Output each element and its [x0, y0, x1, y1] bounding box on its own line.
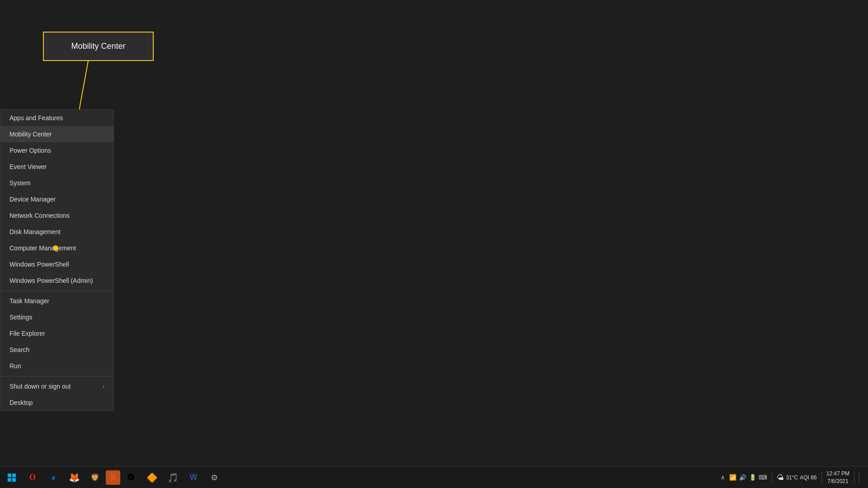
taskbar-opera[interactable]: O	[23, 468, 42, 488]
connector-line	[0, 0, 868, 488]
clock-time: 12:47 PM	[826, 470, 849, 478]
network-icon[interactable]: 📶	[728, 473, 737, 482]
volume-icon[interactable]: 🔊	[738, 473, 747, 482]
menu-item-run[interactable]: Run	[0, 358, 113, 374]
chevron-right-icon: ›	[103, 383, 104, 389]
context-menu: Apps and Features Mobility Center Power …	[0, 109, 114, 411]
menu-separator-2	[0, 376, 113, 376]
taskbar-firefox[interactable]: 🦊	[64, 468, 84, 488]
clock-divider	[854, 471, 854, 484]
menu-item-apps-features[interactable]: Apps and Features	[0, 110, 113, 126]
mobility-center-dot-indicator	[53, 245, 58, 251]
taskbar-settings[interactable]: ⚙	[204, 468, 224, 488]
menu-item-disk-management[interactable]: Disk Management	[0, 224, 113, 240]
menu-item-shut-down[interactable]: Shut down or sign out ›	[0, 378, 113, 394]
menu-item-windows-powershell-admin[interactable]: Windows PowerShell (Admin)	[0, 272, 113, 289]
svg-rect-4	[12, 478, 16, 482]
menu-item-system[interactable]: System	[0, 175, 113, 191]
menu-item-windows-powershell[interactable]: Windows PowerShell	[0, 256, 113, 272]
notification-area: ∧ 📶 🔊 🔋 ⌨	[718, 473, 767, 482]
menu-item-network-connections[interactable]: Network Connections	[0, 207, 113, 224]
menu-item-power-options[interactable]: Power Options	[0, 142, 113, 159]
tooltip-label: Mobility Center	[71, 42, 125, 51]
menu-item-device-manager[interactable]: Device Manager	[0, 191, 113, 207]
svg-rect-2	[12, 474, 16, 477]
weather-divider	[821, 471, 822, 484]
menu-item-file-explorer[interactable]: File Explorer	[0, 325, 113, 342]
taskbar-brave[interactable]: 🦁	[85, 468, 105, 488]
show-desktop-button[interactable]	[859, 473, 864, 482]
keyboard-icon[interactable]: ⌨	[758, 473, 767, 482]
clock-date: 7/6/2021	[826, 478, 849, 485]
taskbar-word[interactable]: W	[184, 468, 203, 488]
taskbar-vlc[interactable]: 🔶	[142, 468, 162, 488]
taskbar-clock[interactable]: 12:47 PM 7/6/2021	[826, 470, 849, 485]
battery-icon[interactable]: 🔋	[748, 473, 757, 482]
menu-item-desktop[interactable]: Desktop	[0, 394, 113, 411]
menu-separator-1	[0, 291, 113, 291]
temperature: 31°C	[786, 474, 798, 481]
svg-rect-1	[8, 474, 11, 477]
menu-item-event-viewer[interactable]: Event Viewer	[0, 159, 113, 175]
taskbar-vivaldi[interactable]: 🅥	[121, 468, 141, 488]
windows-start-button[interactable]	[2, 468, 22, 488]
menu-item-settings[interactable]: Settings	[0, 309, 113, 325]
mobility-center-tooltip: Mobility Center	[43, 32, 154, 61]
systray-divider	[772, 471, 772, 484]
weather-cloud-icon: 🌤	[777, 474, 784, 482]
taskbar-apps: O 𝒆 🦊 🦁 S 🅥 🔶 🎵 W ⚙	[0, 468, 224, 488]
menu-item-mobility-center[interactable]: Mobility Center	[0, 126, 113, 142]
taskbar-edge[interactable]: 𝒆	[43, 468, 63, 488]
chevron-up-icon[interactable]: ∧	[718, 473, 727, 482]
weather-widget[interactable]: 🌤 31°C AQI 86	[777, 474, 816, 482]
taskbar: O 𝒆 🦊 🦁 S 🅥 🔶 🎵 W ⚙ ∧ 📶 🔊 🔋 ⌨ 🌤	[0, 466, 868, 488]
taskbar-stacks[interactable]: S	[106, 470, 120, 485]
svg-rect-3	[8, 478, 11, 482]
taskbar-spotify[interactable]: 🎵	[163, 468, 183, 488]
menu-item-search[interactable]: Search	[0, 342, 113, 358]
aqi: AQI 86	[800, 474, 816, 481]
menu-item-task-manager[interactable]: Task Manager	[0, 293, 113, 309]
taskbar-systray: ∧ 📶 🔊 🔋 ⌨ 🌤 31°C AQI 86 12:47 PM 7/6/202…	[718, 470, 868, 485]
